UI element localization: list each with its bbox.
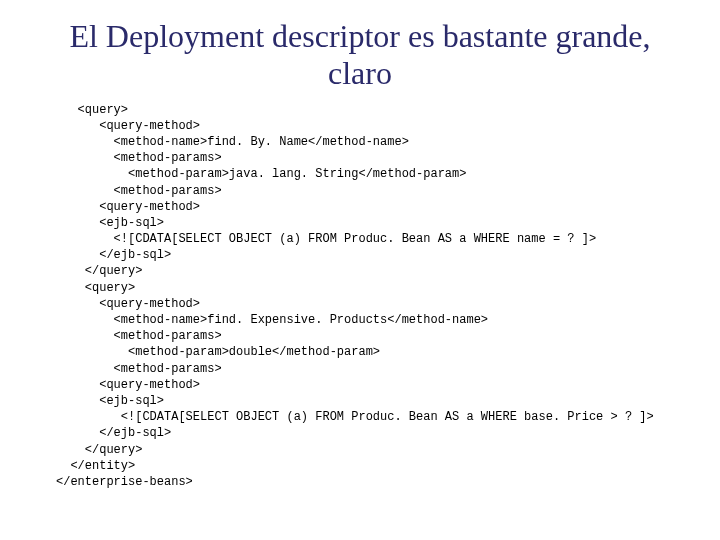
slide: El Deployment descriptor es bastante gra… — [0, 18, 720, 540]
slide-title: El Deployment descriptor es bastante gra… — [40, 18, 680, 92]
code-block: <query> <query-method> <method-name>find… — [56, 102, 720, 491]
